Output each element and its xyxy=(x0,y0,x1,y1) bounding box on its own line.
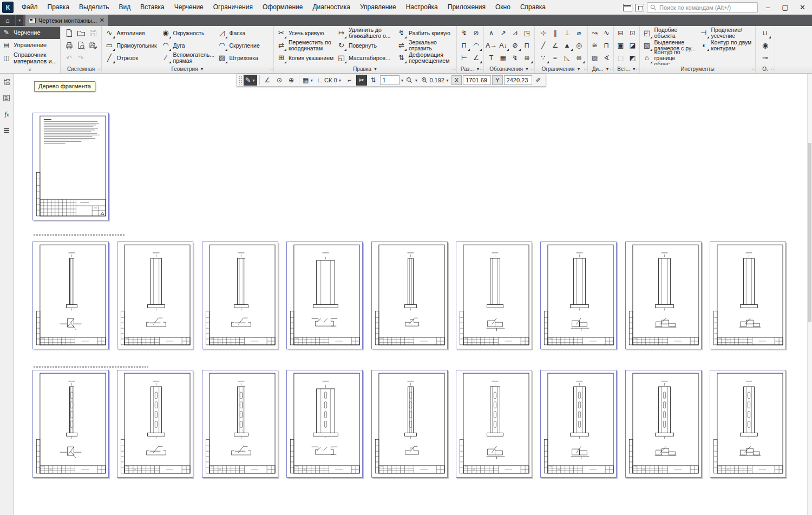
insert-fragment-icon[interactable]: ⊟ xyxy=(615,27,627,39)
zoom-scale-button[interactable]: 0.192▼ xyxy=(420,75,450,86)
y-coordinate-input[interactable]: 2420.23 xyxy=(504,75,532,85)
quick-notation-icon[interactable]: ↯ xyxy=(509,52,521,64)
menu-файл[interactable]: Файл xyxy=(17,0,43,15)
table-icon[interactable]: ▦ xyxy=(497,52,509,64)
rectangle-button[interactable]: ▭Прямоугольник xyxy=(103,40,160,52)
perpendicular-icon[interactable]: ⊥ xyxy=(561,27,573,39)
arc-button[interactable]: ◠Дуга xyxy=(160,40,216,52)
sheet-row2-9[interactable] xyxy=(710,370,786,478)
measure-curve-icon[interactable]: ↝ xyxy=(589,27,601,39)
fragment-tree-icon[interactable] xyxy=(2,77,11,87)
layer-caret[interactable]: ▼ xyxy=(401,79,404,82)
measure-corner-icon[interactable]: ⊓ xyxy=(601,40,613,51)
sheet-row1-7[interactable] xyxy=(540,242,617,349)
group-expand-caret[interactable]: ▼ xyxy=(605,67,609,71)
segment-button[interactable]: ╱Отрезок xyxy=(103,52,160,64)
deform-by-move-button[interactable]: ⇅Деформация перемещением xyxy=(395,52,455,64)
toolbar-drag-handle[interactable] xyxy=(239,76,243,84)
minimize-button[interactable]: – xyxy=(761,1,775,14)
measure-point-icon[interactable]: ≋ xyxy=(589,40,601,51)
group-expand-caret[interactable]: ▼ xyxy=(374,67,377,71)
sheet-row2-8[interactable] xyxy=(625,370,702,478)
node-designation-icon[interactable]: A↓ xyxy=(497,40,509,51)
split-curve-button[interactable]: ↯Разбить кривую xyxy=(395,27,455,40)
fix-object-icon[interactable]: ▲ xyxy=(561,40,573,51)
zoom-tool-button[interactable]: ▼ xyxy=(405,75,419,86)
snap-center-icon[interactable]: ⊕ xyxy=(286,75,297,86)
sheet-row2-6[interactable] xyxy=(456,370,532,478)
drawing-canvas[interactable]: ✎▼∠⊙⊕▦▼∟СК 0▼⌐✂⇅1▼▼0.192▼X1701.69Y2420.2… xyxy=(14,74,812,515)
chamfer-button[interactable]: ◿Фаска xyxy=(216,27,272,40)
group-grip[interactable]: ∷ xyxy=(771,67,774,71)
sheet-row1-5[interactable] xyxy=(371,242,448,349)
insert-view-icon[interactable]: ⊡ xyxy=(627,27,639,39)
collinear-icon[interactable]: ╱ xyxy=(538,40,549,51)
parallel-icon[interactable]: ∥ xyxy=(549,27,561,39)
search-input[interactable] xyxy=(658,4,755,11)
menu-диагностика[interactable]: Диагностика xyxy=(307,0,355,15)
panel-collapse-button[interactable]: » xyxy=(0,66,60,73)
grid-toggle-button[interactable]: ▦▼ xyxy=(302,75,315,86)
insert-sheet-icon[interactable]: ◪ xyxy=(627,40,639,51)
menu-настройка[interactable]: Настройка xyxy=(401,0,443,15)
print-icon[interactable] xyxy=(63,40,75,51)
windows-layout-icon[interactable] xyxy=(623,4,632,11)
angle-constraint-icon[interactable]: ∠ xyxy=(549,40,561,51)
sheet-row2-3[interactable] xyxy=(202,370,278,478)
menu-вставка[interactable]: Вставка xyxy=(135,0,169,15)
group-grip[interactable]: ∷ xyxy=(610,67,612,71)
datum-symbol-icon[interactable]: ⊿ xyxy=(509,27,521,39)
coordinate-system-select[interactable]: ∟СК 0▼ xyxy=(316,75,343,86)
radial-dimension-icon[interactable]: ◠ xyxy=(470,40,482,51)
measure-node-icon[interactable]: ∿ xyxy=(601,27,613,39)
bearing-icon[interactable]: ◉ xyxy=(759,40,771,51)
equal-icon[interactable]: = xyxy=(549,52,561,64)
menu-ограничения[interactable]: Ограничения xyxy=(208,0,258,15)
text-leader-icon[interactable]: A→ xyxy=(486,40,497,51)
group-expand-caret[interactable]: ▼ xyxy=(577,67,581,71)
geometry-picker-icon[interactable]: ✐ xyxy=(533,75,544,86)
home-button[interactable]: ⌂ xyxy=(0,15,15,26)
extend-trim-button[interactable]: ⊣Продление/ усечение xyxy=(698,27,755,40)
group-grip[interactable]: ∷ xyxy=(453,67,455,71)
panel-tab-drawing[interactable]: ✎Черчение xyxy=(0,27,60,39)
roughness-icon[interactable]: ∧ xyxy=(486,27,497,39)
menu-справка[interactable]: Справка xyxy=(515,0,551,15)
group-expand-caret[interactable]: ▼ xyxy=(632,67,636,71)
fillet-button[interactable]: ◠Скругление xyxy=(216,40,272,52)
sheet-row1-1[interactable] xyxy=(32,242,109,349)
menu-оформление[interactable]: Оформление xyxy=(258,0,307,15)
x-coordinate-input[interactable]: 1701.69 xyxy=(463,75,491,85)
fix-hatch-icon[interactable]: ⊛ xyxy=(573,52,585,64)
group-grip[interactable]: ∷ xyxy=(636,67,638,71)
layer-select[interactable]: 1 xyxy=(380,75,400,85)
section-line-icon[interactable]: ⊘ xyxy=(509,40,521,51)
menu-черчение[interactable]: Черчение xyxy=(169,0,208,15)
sheet-row1-3[interactable] xyxy=(202,242,278,349)
concentric-icon[interactable]: ◎ xyxy=(573,40,585,51)
menu-правка[interactable]: Правка xyxy=(43,0,75,15)
view-arrow-icon[interactable]: ◳ xyxy=(521,27,533,39)
sheet-row1-4[interactable] xyxy=(286,242,363,349)
rotate-button[interactable]: ↻Повернуть xyxy=(335,40,395,52)
menu-вид[interactable]: Вид xyxy=(114,0,135,15)
auto-dimension-icon[interactable]: ↯ xyxy=(459,27,470,39)
group-grip[interactable]: ∷ xyxy=(531,67,533,71)
menu-приложения[interactable]: Приложения xyxy=(443,0,490,15)
home-dropdown-caret[interactable]: ▾ xyxy=(15,15,23,26)
similar-object-button[interactable]: ◰Подобие объекта xyxy=(641,27,698,40)
scrollbar-thumb[interactable] xyxy=(808,143,811,322)
window-settings-icon[interactable] xyxy=(635,4,644,11)
snap-angle-icon[interactable]: ∠ xyxy=(262,75,273,86)
leader-line-icon[interactable]: ↗ xyxy=(497,27,509,39)
insert-flag-icon[interactable]: ◩ xyxy=(627,52,639,64)
group-expand-caret[interactable]: ▼ xyxy=(200,67,204,71)
fix-point-icon[interactable]: ⊹ xyxy=(538,27,549,39)
copy-by-indication-button[interactable]: ⊞Копия указанием xyxy=(275,52,335,64)
tangent-icon[interactable]: ⌀ xyxy=(573,27,585,39)
extend-to-nearest-button[interactable]: ↦Удлинить до ближайшего о... xyxy=(335,27,395,40)
sheet-row1-6[interactable] xyxy=(456,242,532,349)
new-document-icon[interactable] xyxy=(63,27,75,39)
sheet-row2-4[interactable] xyxy=(286,370,363,478)
group-grip[interactable]: ∷ xyxy=(480,67,482,71)
